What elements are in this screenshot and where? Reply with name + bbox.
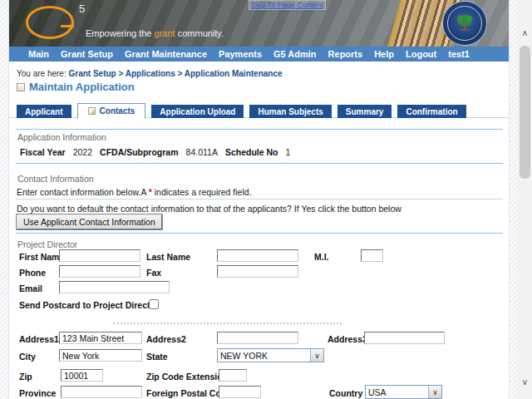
vertical-scrollbar[interactable]: ∧ ∨ bbox=[518, 0, 532, 399]
tab-application-upload[interactable]: Application Upload bbox=[151, 105, 244, 118]
country-label: Country bbox=[329, 388, 362, 398]
address3-input[interactable] bbox=[364, 332, 445, 344]
skip-to-content-link[interactable]: Skip To Page Content bbox=[249, 0, 326, 10]
state-selected-value: NEW YORK bbox=[220, 351, 268, 361]
first-name-label: First Name bbox=[19, 252, 64, 262]
country-select[interactable]: USA ∨ bbox=[365, 385, 442, 399]
chevron-down-icon: ∨ bbox=[428, 386, 441, 398]
postcard-label: Send Postcard to Project Director bbox=[19, 300, 159, 310]
g5-logo-icon bbox=[26, 6, 74, 39]
postcard-checkbox[interactable] bbox=[149, 299, 159, 309]
page-icon bbox=[17, 83, 25, 91]
nav-item-logout[interactable]: Logout bbox=[400, 49, 442, 59]
main-page: 5 Empowering the grant community. Skip T… bbox=[8, 0, 510, 399]
scroll-up-icon[interactable]: ∧ bbox=[519, 27, 531, 39]
fax-input[interactable] bbox=[217, 265, 298, 278]
nav-item-help[interactable]: Help bbox=[368, 49, 400, 59]
application-info-heading: Application Information bbox=[17, 132, 106, 142]
divider bbox=[16, 199, 503, 200]
phone-input[interactable] bbox=[59, 265, 140, 278]
first-name-input[interactable] bbox=[59, 249, 140, 262]
tab-human-subjects[interactable]: Human Subjects bbox=[249, 105, 331, 118]
mi-label: M.I. bbox=[314, 252, 329, 262]
last-name-input[interactable] bbox=[217, 249, 298, 262]
cfda-label: CFDA/Subprogram bbox=[100, 147, 179, 157]
page-title: Maintain Application bbox=[17, 81, 135, 93]
contact-instruction: Enter contact information below.A * indi… bbox=[17, 187, 252, 197]
nav-item-grant-setup[interactable]: Grant Setup bbox=[55, 49, 119, 59]
last-name-label: Last Name bbox=[146, 252, 190, 262]
scrollbar-thumb[interactable] bbox=[520, 46, 530, 179]
city-label: City bbox=[19, 352, 36, 362]
email-input[interactable] bbox=[59, 281, 170, 293]
city-input[interactable] bbox=[59, 349, 142, 362]
tagline: Empowering the grant community. bbox=[86, 28, 224, 38]
nav-item-user-test1[interactable]: test1 bbox=[442, 49, 475, 59]
schedule-no-value: 1 bbox=[286, 147, 291, 157]
chevron-down-icon: ∨ bbox=[310, 349, 323, 362]
tab-confirmation[interactable]: Confirmation bbox=[397, 105, 466, 118]
tab-applicant[interactable]: Applicant bbox=[17, 105, 71, 118]
country-selected-value: USA bbox=[368, 387, 387, 397]
foreign-postal-input[interactable] bbox=[219, 386, 261, 398]
application-info-row: Fiscal Year 2022 CFDA/Subprogram 84.011A… bbox=[20, 147, 290, 157]
fax-label: Fax bbox=[146, 268, 161, 278]
address2-label: Address2 bbox=[146, 334, 186, 344]
divider bbox=[16, 129, 503, 130]
fiscal-year-value: 2022 bbox=[73, 147, 92, 157]
zip-input[interactable] bbox=[61, 369, 103, 382]
address3-label: Address3 bbox=[328, 334, 367, 344]
phone-label: Phone bbox=[19, 268, 46, 278]
mi-input[interactable] bbox=[361, 249, 383, 262]
edit-icon bbox=[88, 107, 96, 115]
header-banner: 5 Empowering the grant community. Skip T… bbox=[9, 0, 509, 47]
scroll-down-icon[interactable]: ∨ bbox=[519, 376, 531, 388]
schedule-no-label: Schedule No bbox=[225, 147, 278, 157]
g5-logo-5: 5 bbox=[79, 2, 85, 15]
divider bbox=[16, 233, 503, 234]
nav-item-main[interactable]: Main bbox=[22, 49, 55, 59]
breadcrumb: You are here: Grant Setup > Applications… bbox=[17, 69, 283, 78]
cfda-value: 84.011A bbox=[186, 147, 218, 157]
nav-item-g5-admin[interactable]: G5 Admin bbox=[268, 49, 323, 59]
tree-icon bbox=[454, 12, 475, 34]
zip-ext-input[interactable] bbox=[219, 369, 247, 382]
tab-summary[interactable]: Summary bbox=[337, 105, 392, 118]
tab-bar: Applicant Contacts Application Upload Hu… bbox=[17, 102, 466, 118]
address1-label: Address1 bbox=[19, 334, 59, 344]
address2-input[interactable] bbox=[217, 332, 298, 344]
seal-ring bbox=[447, 6, 482, 41]
email-label: Email bbox=[19, 283, 42, 293]
divider bbox=[16, 163, 503, 164]
tab-contacts[interactable]: Contacts bbox=[77, 103, 146, 119]
breadcrumb-path[interactable]: Grant Setup > Applications > Application… bbox=[68, 69, 282, 78]
province-label: Province bbox=[19, 388, 56, 398]
zip-ext-label: Zip Code Extension bbox=[146, 372, 228, 382]
address1-input[interactable] bbox=[59, 332, 142, 344]
contact-info-heading: Contact Information bbox=[17, 174, 94, 184]
state-select[interactable]: NEW YORK ∨ bbox=[217, 348, 324, 362]
zip-label: Zip bbox=[19, 372, 32, 382]
main-nav: Main Grant Setup Grant Maintenance Payme… bbox=[9, 47, 509, 62]
fiscal-year-label: Fiscal Year bbox=[20, 147, 66, 157]
use-applicant-contact-button[interactable]: Use Applicant Contact Information bbox=[17, 214, 162, 229]
nav-item-reports[interactable]: Reports bbox=[323, 49, 369, 59]
nav-item-payments[interactable]: Payments bbox=[213, 49, 268, 59]
state-label: State bbox=[146, 352, 168, 362]
dept-of-education-seal-icon bbox=[442, 1, 487, 46]
nav-item-grant-maintenance[interactable]: Grant Maintenance bbox=[119, 49, 213, 59]
project-director-heading: Project Director bbox=[17, 239, 77, 249]
dotted-divider bbox=[113, 323, 342, 324]
province-input[interactable] bbox=[61, 386, 142, 398]
default-contact-question: Do you want to default the contact infor… bbox=[17, 204, 401, 214]
